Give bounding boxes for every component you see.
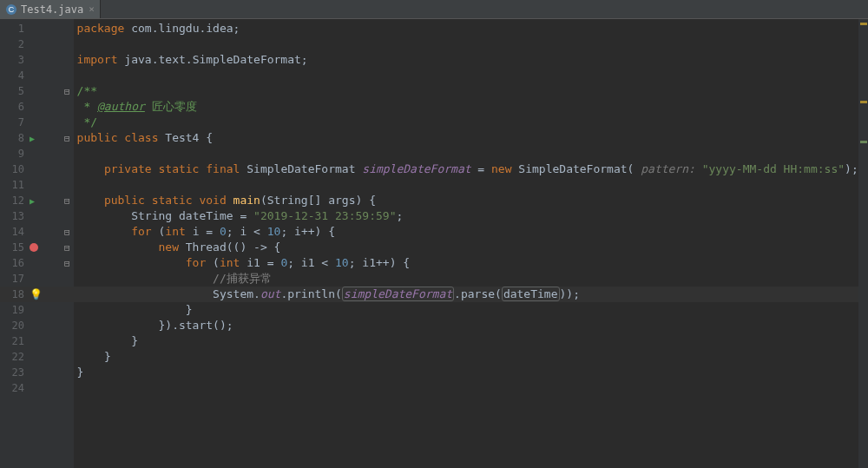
error-stripe[interactable] <box>858 19 868 468</box>
code-line: public class Test4 { <box>74 130 858 146</box>
line-number: 10 <box>0 163 24 175</box>
breakpoint-icon[interactable] <box>30 243 38 252</box>
tab-filename: Test4.java <box>21 3 83 16</box>
code-line-highlighted: System.out.println(simpleDateFormat.pars… <box>74 287 858 302</box>
fold-icon[interactable]: ⊟ <box>64 86 70 97</box>
line-number: 8 <box>0 132 24 144</box>
code-line <box>74 177 858 193</box>
run-icon[interactable]: ▶ <box>30 134 35 143</box>
svg-text:C: C <box>9 5 15 14</box>
line-number: 23 <box>0 366 24 379</box>
line-number: 9 <box>0 148 24 160</box>
line-number: 12 <box>0 194 24 207</box>
class-icon: C <box>5 3 17 16</box>
line-number: 18 <box>0 288 24 300</box>
run-icon[interactable]: ▶ <box>30 196 35 206</box>
code-line <box>74 380 858 396</box>
code-line: for (int i = 0; i < 10; i++) { <box>74 224 858 240</box>
stripe-warning-icon[interactable] <box>860 23 867 25</box>
code-line: */ <box>74 115 858 130</box>
stripe-warning-icon[interactable] <box>860 101 867 103</box>
line-number: 14 <box>0 226 24 238</box>
code-line: } <box>74 302 858 318</box>
close-icon[interactable]: × <box>89 3 95 15</box>
code-line: //捕获异常 <box>74 271 858 287</box>
fold-icon[interactable]: ⊟ <box>64 133 70 144</box>
gutter: 1 2 3 4 5⊟ 6 7 8▶⊟ 9 10 11 12▶⊟ 13 14⊟ 1… <box>0 19 74 468</box>
line-number: 15 <box>0 241 24 254</box>
code-line <box>74 146 858 161</box>
line-number: 6 <box>0 101 24 113</box>
line-number: 21 <box>0 335 24 347</box>
line-number: 11 <box>0 179 24 191</box>
line-number: 22 <box>0 351 24 363</box>
stripe-ok-icon[interactable] <box>860 141 867 143</box>
fold-icon[interactable]: ⊟ <box>64 195 70 207</box>
code-line <box>74 68 858 83</box>
bulb-icon[interactable]: 💡 <box>30 288 43 300</box>
code-line: package com.lingdu.idea; <box>74 21 858 36</box>
code-line: for (int i1 = 0; i1 < 10; i1++) { <box>74 255 858 271</box>
code-line: new Thread(() -> { <box>74 240 858 255</box>
line-number: 2 <box>0 38 24 50</box>
code-line: public static void main(String[] args) { <box>74 193 858 208</box>
code-line: import java.text.SimpleDateFormat; <box>74 52 858 68</box>
code-line: private static final SimpleDateFormat si… <box>74 161 858 177</box>
line-number: 13 <box>0 210 24 222</box>
line-number: 1 <box>0 23 24 35</box>
editor-tab[interactable]: C Test4.java × <box>0 0 101 18</box>
tab-bar: C Test4.java × <box>0 0 868 19</box>
fold-icon[interactable]: ⊟ <box>64 242 70 254</box>
code-line: } <box>74 333 858 349</box>
code-line: * @author 匠心零度 <box>74 99 858 115</box>
fold-icon[interactable]: ⊟ <box>64 258 70 269</box>
line-number: 20 <box>0 320 24 332</box>
line-number: 24 <box>0 382 24 394</box>
code-line: }).start(); <box>74 318 858 333</box>
code-line: /** <box>74 83 858 99</box>
code-line: String dateTime = "2019-12-31 23:59:59"; <box>74 208 858 224</box>
line-number: 7 <box>0 116 24 129</box>
line-number: 17 <box>0 273 24 285</box>
fold-icon[interactable]: ⊟ <box>64 227 70 238</box>
code-line: } <box>74 349 858 365</box>
code-line <box>74 36 858 52</box>
code-line: } <box>74 365 858 380</box>
line-number: 5 <box>0 85 24 97</box>
code-area[interactable]: package com.lingdu.idea; import java.tex… <box>74 19 858 468</box>
code-editor[interactable]: 1 2 3 4 5⊟ 6 7 8▶⊟ 9 10 11 12▶⊟ 13 14⊟ 1… <box>0 19 868 468</box>
line-number: 3 <box>0 54 24 66</box>
line-number: 16 <box>0 257 24 269</box>
line-number: 4 <box>0 69 24 82</box>
line-number: 19 <box>0 304 24 316</box>
